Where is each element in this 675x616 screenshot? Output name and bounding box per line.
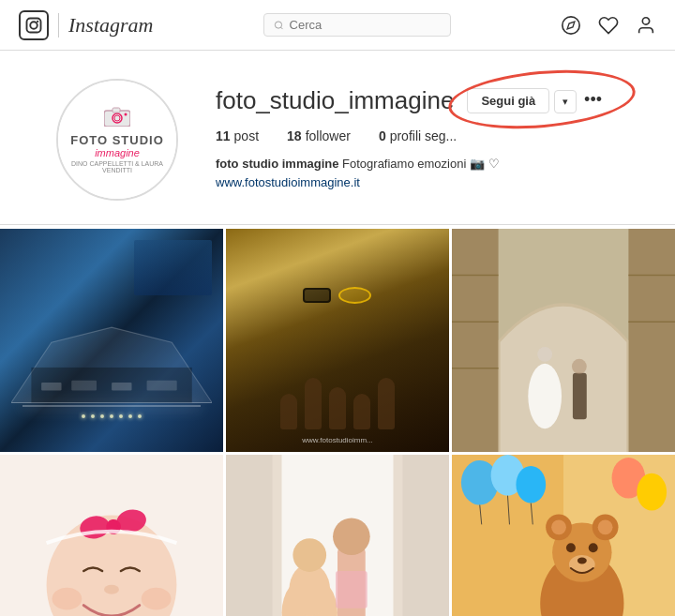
svg-point-30 bbox=[572, 359, 587, 374]
svg-rect-15 bbox=[41, 383, 61, 391]
following-count: 0 bbox=[379, 128, 386, 143]
baby-costume-svg bbox=[452, 455, 675, 616]
svg-rect-48 bbox=[402, 455, 449, 616]
search-icon bbox=[274, 20, 284, 31]
bio-section: foto studio immagine Fotografiamo emozio… bbox=[216, 155, 638, 191]
glasses-prop-2 bbox=[338, 287, 371, 304]
post-cell[interactable] bbox=[0, 455, 223, 616]
followers-count: 18 bbox=[287, 128, 302, 143]
svg-point-1 bbox=[30, 22, 38, 29]
svg-marker-5 bbox=[567, 22, 575, 29]
svg-rect-29 bbox=[573, 373, 587, 420]
svg-point-66 bbox=[589, 543, 598, 552]
avatar-studio-name: FOTO STUDIO bbox=[70, 133, 164, 148]
svg-point-53 bbox=[516, 466, 546, 503]
baby-svg bbox=[0, 455, 223, 616]
header: Instagram bbox=[0, 0, 675, 51]
people-silhouettes bbox=[280, 378, 395, 429]
person-silhouette bbox=[329, 387, 346, 429]
search-box[interactable] bbox=[263, 13, 451, 37]
photo-watermark: www.fotostudioimm... bbox=[302, 436, 373, 444]
bio-name: foto studio immagine bbox=[216, 157, 338, 171]
user-icon[interactable] bbox=[636, 15, 656, 36]
person-silhouette bbox=[305, 378, 322, 429]
compass-icon[interactable] bbox=[561, 15, 581, 36]
svg-rect-21 bbox=[628, 229, 675, 452]
tent-svg bbox=[11, 318, 212, 407]
light-dot bbox=[100, 414, 104, 418]
light-dot bbox=[119, 414, 123, 418]
follow-buttons-group: Segui già ▾ ••• bbox=[467, 88, 606, 113]
svg-rect-0 bbox=[27, 18, 41, 32]
following-stat: 0 profili seg... bbox=[379, 128, 457, 143]
svg-point-45 bbox=[333, 518, 370, 555]
person-silhouette bbox=[280, 394, 297, 429]
svg-point-28 bbox=[537, 347, 552, 362]
instagram-logo[interactable]: Instagram bbox=[19, 10, 153, 40]
post-cell[interactable] bbox=[0, 229, 223, 452]
glasses-prop bbox=[303, 288, 331, 303]
svg-point-4 bbox=[562, 16, 579, 33]
bio-link[interactable]: www.fotostudioimmagine.it bbox=[216, 175, 360, 189]
svg-point-6 bbox=[642, 17, 649, 23]
post-cell[interactable]: www.fotostudioimm... bbox=[226, 229, 449, 452]
heart-icon[interactable] bbox=[598, 15, 619, 36]
svg-point-3 bbox=[275, 21, 281, 27]
profile-info: foto_studio_immagine Segui già ▾ ••• 11 … bbox=[216, 79, 638, 191]
username: foto_studio_immagine bbox=[216, 86, 454, 115]
light-dot bbox=[82, 414, 85, 418]
search-input[interactable] bbox=[290, 18, 441, 32]
svg-point-2 bbox=[37, 20, 38, 22]
svg-point-68 bbox=[578, 558, 587, 564]
svg-point-11 bbox=[125, 113, 128, 115]
person-silhouette bbox=[353, 394, 370, 429]
logo-box-icon bbox=[19, 10, 49, 40]
posts-count: 11 bbox=[216, 128, 231, 143]
profile-section: FOTO STUDIO immagine DINO CAPPELLETTI & … bbox=[0, 51, 675, 224]
post-cell[interactable] bbox=[452, 229, 675, 452]
svg-point-37 bbox=[52, 588, 82, 610]
post-cell[interactable]: www.fotostudioimma... bbox=[452, 455, 675, 616]
posts-stat: 11 post bbox=[216, 128, 259, 143]
svg-rect-18 bbox=[146, 381, 176, 391]
light-dot bbox=[91, 414, 95, 418]
water-element bbox=[134, 240, 212, 296]
svg-rect-16 bbox=[71, 381, 97, 391]
svg-point-27 bbox=[528, 364, 562, 428]
svg-point-65 bbox=[566, 543, 576, 552]
avatar-studio-sub: immagine bbox=[95, 147, 140, 158]
svg-rect-20 bbox=[452, 229, 499, 452]
header-left: Instagram bbox=[19, 10, 153, 40]
light-dot bbox=[138, 414, 142, 418]
svg-point-33 bbox=[104, 585, 119, 594]
bio-text-line: foto studio immagine Fotografiamo emozio… bbox=[216, 155, 638, 173]
svg-point-62 bbox=[551, 519, 566, 534]
light-dot bbox=[110, 414, 113, 418]
posts-grid: www.fotostudioimm... bbox=[0, 229, 675, 616]
post-cell[interactable] bbox=[226, 455, 449, 616]
follow-button[interactable]: Segui già bbox=[467, 88, 549, 113]
instagram-wordmark: Instagram bbox=[68, 13, 153, 38]
avatar-studio-small: DINO CAPPELLETTI & LAURA VENDITTI bbox=[68, 160, 167, 173]
svg-rect-10 bbox=[112, 108, 120, 113]
followers-stat: 18 follower bbox=[287, 128, 351, 143]
camera-icon bbox=[104, 106, 130, 131]
svg-rect-17 bbox=[112, 383, 131, 391]
following-label: profili seg... bbox=[390, 128, 458, 143]
props-area bbox=[271, 263, 405, 329]
avatar: FOTO STUDIO immagine DINO CAPPELLETTI & … bbox=[56, 79, 178, 201]
follow-dropdown-button[interactable]: ▾ bbox=[554, 90, 577, 113]
svg-point-64 bbox=[598, 519, 613, 534]
stats-row: 11 post 18 follower 0 profili seg... bbox=[216, 128, 638, 143]
svg-point-38 bbox=[142, 588, 172, 610]
logo-divider bbox=[58, 13, 59, 38]
header-icons bbox=[561, 15, 656, 36]
followers-label: follower bbox=[306, 128, 351, 143]
profile-header-row: foto_studio_immagine Segui già ▾ ••• bbox=[216, 86, 638, 115]
svg-rect-47 bbox=[226, 455, 273, 616]
light-dot bbox=[128, 414, 132, 418]
more-options-button[interactable]: ••• bbox=[580, 90, 606, 110]
svg-point-43 bbox=[292, 538, 326, 572]
avatar-inner: FOTO STUDIO immagine DINO CAPPELLETTI & … bbox=[58, 81, 176, 199]
ruins-svg bbox=[452, 229, 675, 452]
